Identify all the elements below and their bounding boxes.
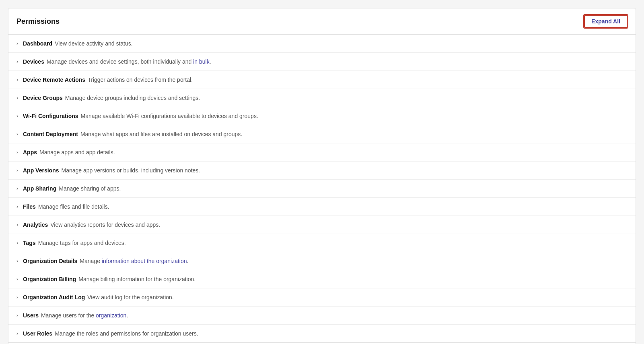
permission-name: Organization Billing xyxy=(23,276,76,282)
permission-row[interactable]: ›App SharingManage sharing of apps. xyxy=(8,180,636,198)
permission-name: Users xyxy=(23,312,39,319)
permission-name: Device Groups xyxy=(23,95,63,101)
permission-description: Manage available Wi-Fi configurations av… xyxy=(81,113,258,119)
permission-row[interactable]: ›App VersionsManage app versions or buil… xyxy=(8,162,636,180)
permission-description: Manage sharing of apps. xyxy=(59,185,121,192)
permission-row[interactable]: ›Wi-Fi ConfigurationsManage available Wi… xyxy=(8,107,636,125)
permission-name: Content Deployment xyxy=(23,131,78,137)
permission-name: Wi-Fi Configurations xyxy=(23,113,78,119)
permission-description: Manage apps and app details. xyxy=(39,149,115,155)
permission-row[interactable]: ›FilesManage files and file details. xyxy=(8,198,636,216)
permission-description: Manage tags for apps and devices. xyxy=(38,240,126,246)
permission-row[interactable]: ›Device Remote ActionsTrigger actions on… xyxy=(8,71,636,89)
permission-description: View audit log for the organization. xyxy=(87,294,174,300)
chevron-right-icon: › xyxy=(16,294,18,300)
chevron-right-icon: › xyxy=(16,258,18,264)
permission-name: User Roles xyxy=(23,330,52,337)
permission-row[interactable]: ›UsersManage users for the organization. xyxy=(8,307,636,325)
permission-name: Dashboard xyxy=(23,40,52,47)
permission-name: Tags xyxy=(23,240,36,246)
permission-name: Organization Audit Log xyxy=(23,294,85,300)
chevron-right-icon: › xyxy=(16,77,18,83)
permission-row[interactable]: ›DashboardView device activity and statu… xyxy=(8,35,636,53)
chevron-right-icon: › xyxy=(16,113,18,119)
permission-description: Manage what apps and files are installed… xyxy=(80,131,242,137)
permission-description: Manage users for the organization. xyxy=(41,312,128,319)
permission-row[interactable]: ›User RolesManage the roles and permissi… xyxy=(8,325,636,342)
permissions-header: Permissions Expand All xyxy=(8,8,636,35)
permission-name: Analytics xyxy=(23,222,48,228)
permission-name: App Versions xyxy=(23,167,59,174)
permission-name: Apps xyxy=(23,149,37,155)
permission-row[interactable]: ›DevicesManage devices and device settin… xyxy=(8,53,636,71)
chevron-right-icon: › xyxy=(16,204,18,209)
permission-name: App Sharing xyxy=(23,185,56,192)
permission-row[interactable]: ›Content DeploymentManage what apps and … xyxy=(8,125,636,143)
permission-description: Manage device groups including devices a… xyxy=(65,95,200,101)
permission-name: Organization Details xyxy=(23,258,77,264)
chevron-right-icon: › xyxy=(16,186,18,191)
permission-row[interactable]: ›AnalyticsView analytics reports for dev… xyxy=(8,216,636,234)
permission-description: Manage files and file details. xyxy=(38,203,109,210)
permission-description: Manage devices and device settings, both… xyxy=(47,58,211,65)
chevron-right-icon: › xyxy=(16,131,18,137)
permission-description: Manage app versions or builds, including… xyxy=(61,167,200,174)
permission-description: Trigger actions on devices from the port… xyxy=(88,77,193,83)
chevron-right-icon: › xyxy=(16,222,18,228)
permissions-list: ›DashboardView device activity and statu… xyxy=(8,35,636,342)
permission-row[interactable]: ›TagsManage tags for apps and devices. xyxy=(8,234,636,252)
chevron-right-icon: › xyxy=(16,331,18,336)
chevron-right-icon: › xyxy=(16,95,18,101)
chevron-right-icon: › xyxy=(16,168,18,173)
permission-row[interactable]: ›Organization Audit LogView audit log fo… xyxy=(8,288,636,307)
permission-row[interactable]: ›Organization DetailsManage information … xyxy=(8,252,636,270)
permission-row[interactable]: ›Organization BillingManage billing info… xyxy=(8,270,636,288)
chevron-right-icon: › xyxy=(16,59,18,64)
permission-row[interactable]: ›Device GroupsManage device groups inclu… xyxy=(8,89,636,107)
permission-description: Manage the roles and permissions for org… xyxy=(55,330,198,337)
chevron-right-icon: › xyxy=(16,276,18,282)
chevron-right-icon: › xyxy=(16,41,18,46)
chevron-right-icon: › xyxy=(16,240,18,246)
permission-name: Files xyxy=(23,203,36,210)
permission-name: Devices xyxy=(23,58,44,65)
expand-all-button[interactable]: Expand All xyxy=(584,15,628,28)
permission-row[interactable]: ›AppsManage apps and app details. xyxy=(8,143,636,162)
permission-description: Manage information about the organizatio… xyxy=(80,258,188,264)
permission-description: View device activity and status. xyxy=(55,40,133,47)
page-title: Permissions xyxy=(16,17,60,26)
permission-description: View analytics reports for devices and a… xyxy=(50,222,160,228)
permission-description: Manage billing information for the organ… xyxy=(78,276,195,282)
permission-name: Device Remote Actions xyxy=(23,77,85,83)
chevron-right-icon: › xyxy=(16,313,18,318)
footer-actions: Apply Changes Cancel xyxy=(8,342,636,344)
chevron-right-icon: › xyxy=(16,149,18,155)
permissions-panel: Permissions Expand All ›DashboardView de… xyxy=(8,8,636,344)
